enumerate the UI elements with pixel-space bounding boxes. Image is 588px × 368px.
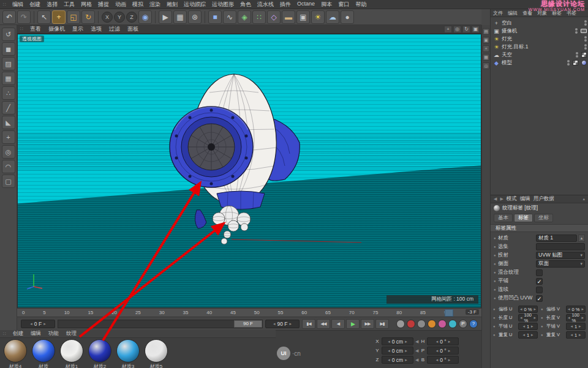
model-mode-button[interactable]: ◼ bbox=[2, 42, 15, 56]
palette-grip-icon[interactable]: ∷ bbox=[0, 2, 9, 7]
menu-item[interactable]: 帮助 bbox=[352, 1, 369, 9]
rotation-b-field[interactable]: 0 ° bbox=[427, 356, 459, 364]
visibility-dots[interactable] bbox=[576, 52, 578, 58]
material-menu-item[interactable]: 功能 bbox=[45, 330, 62, 337]
menu-item[interactable]: Octane bbox=[294, 1, 318, 9]
tab-userdata[interactable]: 用户数据 bbox=[533, 195, 554, 203]
grid-panel-icon[interactable]: ▦ bbox=[483, 54, 489, 61]
object-row-null[interactable]: + 空白 bbox=[493, 19, 587, 27]
material-swatch[interactable]: 材质 bbox=[31, 339, 56, 368]
material-menu-item[interactable]: 编辑 bbox=[27, 330, 45, 337]
add-spline-button[interactable]: ∿ bbox=[223, 10, 236, 24]
add-material-button[interactable]: ● bbox=[341, 10, 354, 24]
move-panel-icon[interactable]: + bbox=[483, 45, 489, 52]
record-position-button[interactable] bbox=[428, 320, 436, 328]
lock-workplane-button[interactable]: ▢ bbox=[2, 175, 15, 188]
viewport-menu-item[interactable]: 显示 bbox=[69, 25, 87, 33]
visibility-dots[interactable] bbox=[584, 20, 587, 26]
autokey-button[interactable] bbox=[417, 320, 426, 328]
add-camera-button[interactable]: ▣ bbox=[296, 10, 310, 24]
menu-item[interactable]: 模拟 bbox=[129, 1, 146, 9]
side-dropdown[interactable]: 双面▾ bbox=[536, 260, 585, 268]
lock-z-axis-button[interactable]: Z bbox=[126, 12, 137, 23]
mix-textures-checkbox[interactable] bbox=[536, 269, 543, 276]
maximize-view-icon[interactable]: ▣ bbox=[472, 26, 480, 33]
edges-mode-button[interactable]: ╱ bbox=[2, 101, 15, 115]
menu-item[interactable]: 流水线 bbox=[254, 1, 277, 9]
position-x-field[interactable]: 0 cm bbox=[382, 337, 413, 345]
record-button[interactable] bbox=[407, 320, 415, 328]
play-button[interactable]: ▶ bbox=[346, 319, 360, 329]
menu-item[interactable]: 窗口 bbox=[335, 1, 352, 9]
uv-value-field[interactable]: 1 bbox=[518, 331, 538, 339]
texture-tag-icon[interactable] bbox=[581, 52, 587, 58]
menu-item[interactable]: 插件 bbox=[277, 1, 294, 9]
object-row-camera[interactable]: ▣ 摄像机 bbox=[493, 27, 587, 35]
previous-key-button[interactable]: ◀◀ bbox=[317, 319, 330, 329]
visibility-dots[interactable] bbox=[575, 28, 578, 34]
frame-slider[interactable]: 90 F bbox=[58, 320, 263, 328]
tab-basic[interactable]: 基本 bbox=[494, 214, 513, 222]
history-forward-icon[interactable]: ▶ bbox=[500, 197, 503, 201]
frame-slider-handle[interactable]: 90 F bbox=[234, 320, 262, 328]
record-scale-button[interactable] bbox=[438, 320, 447, 328]
material-swatch[interactable]: 材质5 bbox=[143, 339, 169, 368]
keyframe-button[interactable] bbox=[396, 320, 405, 328]
redo-button[interactable]: ↷ bbox=[17, 10, 31, 24]
visibility-dots[interactable] bbox=[567, 60, 570, 66]
uv-value-field[interactable]: 1 bbox=[518, 323, 538, 330]
material-swatch[interactable]: 材质4 bbox=[2, 339, 28, 368]
seamless-checkbox[interactable] bbox=[536, 287, 543, 293]
projection-dropdown[interactable]: UVW 贴图▾ bbox=[536, 252, 585, 259]
lock-y-axis-button[interactable]: Y bbox=[114, 12, 125, 23]
tab-edit[interactable]: 编辑 bbox=[520, 195, 530, 203]
rotation-h-field[interactable]: 0 ° bbox=[427, 337, 459, 345]
add-cube-button[interactable]: ■ bbox=[208, 10, 222, 24]
record-parameter-button[interactable]: P bbox=[459, 320, 467, 328]
add-array-button[interactable]: ∷ bbox=[252, 10, 266, 24]
add-subdivision-button[interactable]: ◈ bbox=[238, 10, 251, 24]
workplane-mode-button[interactable]: ▦ bbox=[2, 72, 15, 85]
record-rotation-button[interactable] bbox=[448, 320, 457, 328]
menu-item[interactable]: 渲染 bbox=[146, 1, 164, 9]
history-back-icon[interactable]: ◀ bbox=[494, 197, 497, 201]
material-swatch[interactable]: 材质2 bbox=[87, 339, 113, 368]
add-floor-button[interactable]: ▬ bbox=[282, 10, 295, 24]
texture-mode-button[interactable]: ▨ bbox=[2, 57, 15, 70]
lock-x-axis-button[interactable]: X bbox=[102, 12, 113, 23]
menu-item[interactable]: 捕捉 bbox=[95, 1, 112, 9]
object-row-light[interactable]: ☀ 灯光 bbox=[493, 35, 587, 43]
visibility-dots[interactable] bbox=[584, 44, 587, 50]
material-swatch[interactable]: 材质1 bbox=[59, 339, 85, 368]
viewport-grip-icon[interactable]: ∷ bbox=[17, 26, 26, 32]
menu-item[interactable]: 动画 bbox=[112, 1, 129, 9]
collapse-icon[interactable]: ▴ bbox=[582, 197, 585, 201]
tab-coordinates[interactable]: 坐标 bbox=[534, 214, 553, 222]
object-menu-item[interactable]: 编辑 bbox=[505, 10, 520, 17]
enable-axis-button[interactable]: + bbox=[2, 130, 15, 144]
tab-mode[interactable]: 模式 bbox=[507, 195, 517, 203]
undo-button[interactable]: ↶ bbox=[2, 10, 16, 24]
timeline-playhead[interactable] bbox=[445, 309, 453, 317]
texture-tag-icon[interactable] bbox=[573, 60, 578, 66]
viewport-menu-item[interactable]: 选项 bbox=[87, 25, 105, 33]
render-settings-button[interactable]: ⊛ bbox=[188, 10, 202, 24]
viewport-solo-button[interactable]: ◎ bbox=[2, 145, 15, 159]
menu-item[interactable]: 脚本 bbox=[318, 1, 335, 9]
uv-value-field[interactable]: 100 % bbox=[518, 314, 538, 321]
viewport-menu-item[interactable]: 面板 bbox=[124, 25, 142, 33]
rotate-tool-button[interactable]: ↻ bbox=[81, 10, 95, 24]
uv-value-field[interactable]: 100 % bbox=[566, 314, 586, 321]
layers-panel-icon[interactable]: ▤ bbox=[483, 28, 489, 35]
polygons-mode-button[interactable]: ◣ bbox=[2, 116, 15, 129]
start-frame-field[interactable]: 0 F bbox=[21, 320, 55, 328]
menu-item[interactable]: 角色 bbox=[237, 1, 254, 9]
material-menu-item[interactable]: 纹理 bbox=[62, 330, 80, 337]
lock-panel-icon[interactable]: ▣ bbox=[483, 37, 489, 43]
previous-frame-button[interactable]: ◀ bbox=[331, 319, 345, 329]
camera-active-toggle[interactable] bbox=[581, 29, 587, 33]
object-row-model[interactable]: ◆ 模型 bbox=[493, 59, 587, 67]
selection-field[interactable] bbox=[536, 243, 585, 250]
object-row-sky[interactable]: ☁ 天空 bbox=[493, 51, 587, 59]
object-row-light-target[interactable]: ☀ 灯光.目标.1 bbox=[493, 43, 587, 51]
